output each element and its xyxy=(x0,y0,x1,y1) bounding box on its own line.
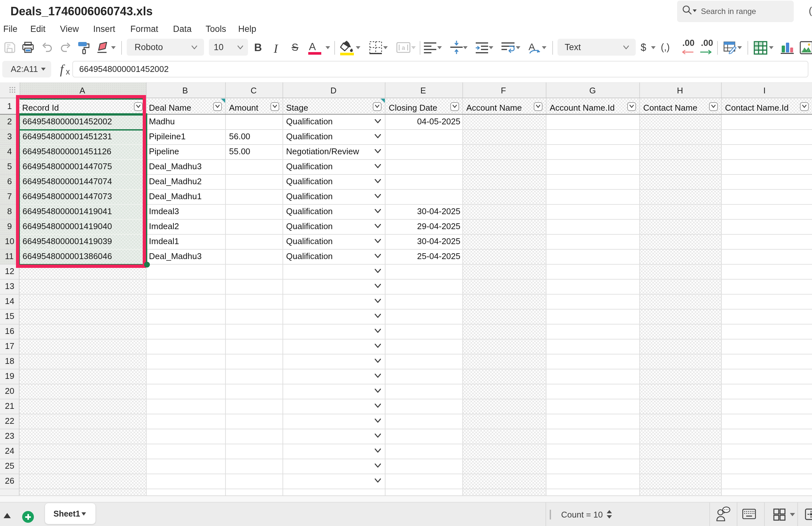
svg-text:a: a xyxy=(402,45,405,51)
